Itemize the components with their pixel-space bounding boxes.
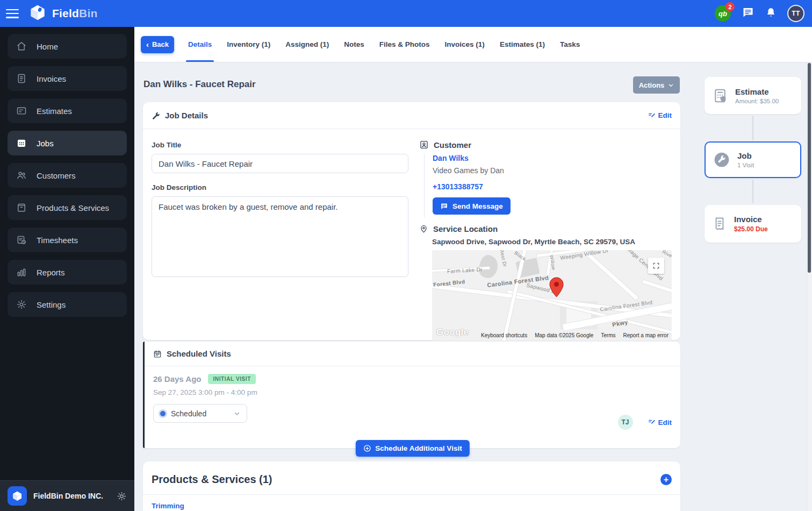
tab-invoices[interactable]: Invoices (1) [445, 27, 485, 62]
page-title: Dan Wilks - Faucet Repair [143, 79, 256, 90]
back-button[interactable]: ‹Back [141, 36, 174, 53]
service-location-heading: Service Location [433, 224, 498, 233]
jobs-calendar-icon [16, 138, 27, 148]
customers-icon [16, 170, 27, 181]
service-address: Sapwood Drive, Sapwood Dr, Myrtle Beach,… [432, 238, 672, 246]
visit-row: 26 Days Ago INITIAL VISIT Sep 27, 2025 3… [145, 366, 680, 430]
tab-assigned[interactable]: Assigned (1) [285, 27, 329, 62]
sidebar-item-estimates[interactable]: Estimates [8, 98, 127, 123]
workflow-connector [752, 116, 753, 140]
topbar: FieldBin qb 2 TT [0, 0, 812, 27]
workflow-estimate-card[interactable]: $ Estimate Amount: $35.00 [705, 77, 801, 114]
timesheets-icon [16, 235, 27, 245]
estimates-icon [16, 105, 27, 116]
schedule-additional-visit-button[interactable]: Schedule Additional Visit [355, 440, 469, 457]
brand[interactable]: FieldBin [27, 2, 97, 25]
chevron-down-icon [668, 82, 674, 88]
fieldbin-logo-icon [27, 2, 48, 25]
visit-relative-time: 26 Days Ago [153, 374, 201, 384]
tab-tasks[interactable]: Tasks [560, 27, 580, 62]
notifications-bell-icon[interactable] [765, 6, 777, 21]
visit-status-select[interactable]: Scheduled [153, 404, 247, 423]
messages-icon[interactable] [742, 6, 754, 21]
quickbooks-badge: 2 [725, 2, 735, 11]
map-data-copyright: Map data ©2025 Google [535, 332, 593, 338]
job-description-label: Job Description [152, 183, 408, 191]
customer-name-link[interactable]: Dan Wilks [433, 154, 672, 162]
initial-visit-badge: INITIAL VISIT [208, 374, 255, 384]
customer-company: Video Games by Dan [433, 166, 672, 175]
job-title-input[interactable] [152, 154, 408, 173]
hamburger-menu-icon[interactable] [6, 9, 19, 18]
actions-button[interactable]: Actions [633, 76, 680, 94]
tab-details[interactable]: Details [188, 27, 212, 62]
product-item-link[interactable]: Trimming [143, 495, 680, 511]
quickbooks-icon[interactable]: qb 2 [715, 5, 731, 22]
customer-contact-icon [419, 140, 429, 150]
job-details-card: Job Details Edit Job Title Job Descripti… [143, 102, 680, 340]
tab-files-photos[interactable]: Files & Photos [379, 27, 430, 62]
brand-name: FieldBin [52, 7, 97, 20]
scheduled-visits-heading: Scheduled Visits [167, 349, 672, 358]
customer-phone-link[interactable]: +13013388757 [433, 182, 672, 191]
workflow-job-card[interactable]: Job 1 Visit [705, 141, 801, 178]
settings-gear-icon [16, 299, 27, 310]
plus-circle-icon [363, 444, 371, 452]
tab-bar: ‹Back Details Inventory (1) Assigned (1)… [134, 27, 812, 62]
add-product-button[interactable]: + [660, 474, 672, 485]
tab-estimates[interactable]: Estimates (1) [500, 27, 545, 62]
workflow-invoice-card[interactable]: Invoice $25.00 Due [705, 205, 801, 243]
map-attribution: Keyboard shortcuts Map data ©2025 Google… [481, 332, 669, 338]
job-wrench-icon [713, 151, 730, 168]
sidebar-item-jobs[interactable]: Jobs [8, 131, 127, 155]
job-details-edit-button[interactable]: Edit [648, 111, 672, 119]
tab-inventory[interactable]: Inventory (1) [227, 27, 270, 62]
sidebar-item-reports[interactable]: Reports [8, 260, 127, 285]
fieldbin-footer-logo-icon [8, 486, 27, 506]
sidebar-item-invoices[interactable]: Invoices [8, 66, 127, 91]
edit-icon [648, 418, 656, 426]
chevron-left-icon: ‹ [146, 40, 149, 48]
google-watermark: Google [436, 327, 469, 338]
fullscreen-icon [652, 262, 660, 269]
job-description-textarea[interactable] [152, 196, 408, 277]
calendar-icon [153, 350, 162, 358]
sidebar-item-settings[interactable]: Settings [8, 292, 127, 317]
map-report-error-link[interactable]: Report a map error [623, 332, 669, 338]
svg-text:$: $ [722, 97, 724, 101]
visit-edit-button[interactable]: Edit [648, 418, 672, 427]
map-terms-link[interactable]: Terms [601, 332, 615, 338]
products-services-card: Products & Services (1) + Trimming [143, 462, 680, 511]
customer-heading: Customer [434, 140, 471, 150]
invoice-receipt-icon [712, 216, 727, 231]
map-keyboard-shortcuts[interactable]: Keyboard shortcuts [481, 332, 527, 338]
sidebar: Home Invoices Estimates Jobs Customers P… [0, 27, 134, 511]
edit-icon [648, 112, 656, 119]
assignee-avatar[interactable]: TJ [618, 415, 633, 430]
user-avatar[interactable]: TT [787, 5, 804, 22]
scrollbar-track[interactable] [807, 62, 812, 511]
visit-datetime: Sep 27, 2025 3:00 pm - 4:00 pm [153, 388, 672, 396]
send-message-button[interactable]: Send Message [433, 197, 511, 215]
sidebar-footer: FieldBin Demo INC. [0, 480, 134, 511]
map-pin-icon [549, 277, 564, 300]
estimate-calculator-icon: $ [712, 88, 728, 104]
map[interactable]: Farm Lake Dr Forest Blvd Carolina Forest… [432, 250, 672, 340]
sidebar-item-products-services[interactable]: Products & Services [8, 195, 127, 220]
sidebar-item-home[interactable]: Home [8, 34, 127, 59]
wrench-icon [152, 111, 160, 120]
invoices-icon [16, 73, 27, 84]
location-pin-icon [419, 224, 428, 233]
sidebar-item-timesheets[interactable]: Timesheets [8, 228, 127, 252]
chevron-down-icon [234, 410, 240, 417]
company-name: FieldBin Demo INC. [33, 492, 110, 500]
footer-settings-gear-icon[interactable] [117, 491, 127, 501]
sidebar-item-customers[interactable]: Customers [8, 163, 127, 188]
map-fullscreen-button[interactable] [648, 258, 664, 274]
tab-notes[interactable]: Notes [344, 27, 364, 62]
main-content: ‹Back Details Inventory (1) Assigned (1)… [134, 27, 812, 511]
scheduled-visits-card: Scheduled Visits 26 Days Ago INITIAL VIS… [143, 342, 680, 448]
chat-bubble-icon [440, 202, 448, 210]
home-icon [16, 41, 27, 52]
scrollbar-thumb[interactable] [808, 63, 811, 273]
